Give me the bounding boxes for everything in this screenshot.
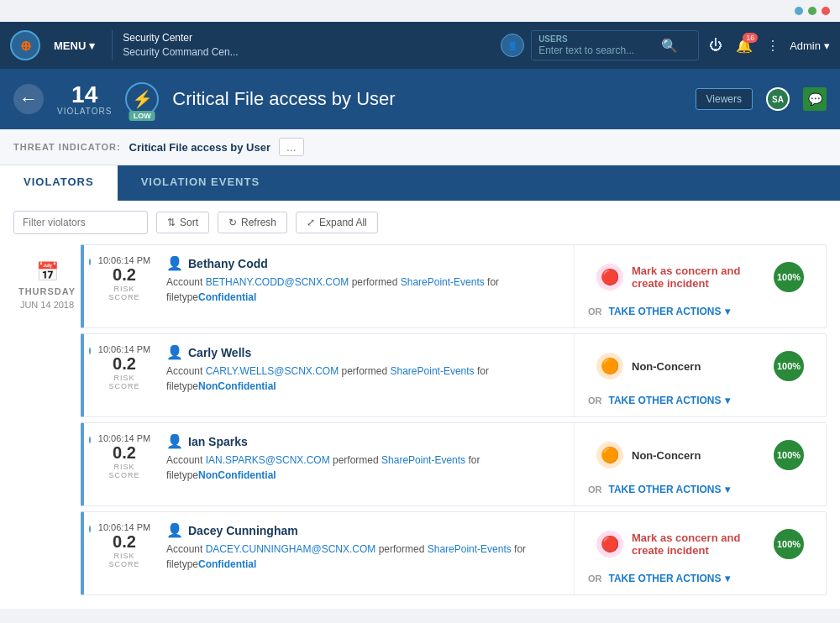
menu-button[interactable]: MENU ▾ <box>47 36 102 55</box>
window-chrome <box>0 0 840 22</box>
event-link[interactable]: SharePoint-Events <box>401 276 485 288</box>
or-row: OR TAKE OTHER ACTIONS ▾ <box>588 395 812 406</box>
sort-button[interactable]: ⇅ Sort <box>156 212 209 233</box>
concern-icon: 🔴 <box>596 531 623 558</box>
event-link[interactable]: SharePoint-Events <box>428 543 512 555</box>
sa-avatar[interactable]: SA <box>766 87 790 111</box>
time-score-cell: 10:06:14 PM 0.2 RISK SCORE <box>91 423 158 505</box>
account-link[interactable]: CARLY.WELLS@SCNX.COM <box>206 365 339 377</box>
date-column: 📅 THURSDAY JUN 14 2018 <box>13 244 81 599</box>
event-link[interactable]: SharePoint-Events <box>391 365 475 377</box>
filetype-link[interactable]: NonConfidential <box>198 380 276 392</box>
power-icon[interactable]: ⏻ <box>706 34 726 56</box>
violator-name: Dacey Cunningham <box>188 524 298 537</box>
priority-badge: LOW <box>129 111 155 121</box>
account-link[interactable]: IAN.SPARKS@SCNX.COM <box>206 454 330 466</box>
admin-menu[interactable]: Admin ▾ <box>790 39 830 52</box>
expand-all-button[interactable]: ⤢ Expand All <box>296 212 378 233</box>
threat-indicator-value: Critical File access by User <box>129 141 270 154</box>
person-icon: 👤 <box>166 433 183 449</box>
take-other-actions-button[interactable]: TAKE OTHER ACTIONS ▾ <box>609 484 730 495</box>
logo: ⊕ <box>10 30 40 60</box>
threat-options-button[interactable]: ... <box>279 138 304 156</box>
event-link[interactable]: SharePoint-Events <box>381 454 465 466</box>
action-score: 100% <box>774 351 804 381</box>
time-score-cell: 10:06:14 PM 0.2 RISK SCORE <box>91 245 158 327</box>
action-score: 100% <box>774 529 804 559</box>
row-info-cell: 👤 Carly Wells Account CARLY.WELLS@SCNX.C… <box>158 334 574 416</box>
row-indicator <box>84 334 91 416</box>
filetype-link[interactable]: NonConfidential <box>198 469 276 481</box>
more-options-icon[interactable]: ⋮ <box>763 34 783 57</box>
close-dot[interactable] <box>822 7 830 15</box>
search-icon[interactable]: 🔍 <box>661 38 678 54</box>
notification-badge: 16 <box>743 33 758 43</box>
page-header: ← 14 VIOLATORS ⚡ LOW Critical File acces… <box>0 69 840 129</box>
mark-concern-button[interactable]: 🔴 Mark as concern and create incident 10… <box>588 522 812 566</box>
filetype-link[interactable]: Confidential <box>198 291 256 303</box>
violator-name: Ian Sparks <box>188 435 248 448</box>
violators-label: VIOLATORS <box>57 107 112 116</box>
non-concern-button[interactable]: 🟠 Non-Concern 100% <box>588 344 812 388</box>
time-score-cell: 10:06:14 PM 0.2 RISK SCORE <box>91 512 158 594</box>
take-other-actions-button[interactable]: TAKE OTHER ACTIONS ▾ <box>609 573 730 584</box>
date-day: THURSDAY <box>18 286 76 296</box>
alert-priority-icon: ⚡ LOW <box>125 82 159 116</box>
threat-indicator-label: THREAT INDICATOR: <box>13 142 121 152</box>
tab-violators[interactable]: VIOLATORS <box>0 165 118 201</box>
row-info-cell: 👤 Dacey Cunningham Account DACEY.CUNNING… <box>158 512 574 594</box>
notification-bell[interactable]: 🔔 16 <box>732 34 756 57</box>
take-other-actions-button[interactable]: TAKE OTHER ACTIONS ▾ <box>609 395 730 406</box>
filetype-link[interactable]: Confidential <box>198 558 256 570</box>
person-icon: 👤 <box>166 255 183 271</box>
content-area: ⇅ Sort ↻ Refresh ⤢ Expand All 📅 THURSDAY… <box>0 201 840 609</box>
date-date: JUN 14 2018 <box>20 300 74 310</box>
action-panel: 🔴 Mark as concern and create incident 10… <box>574 245 826 327</box>
table-row: 10:06:14 PM 0.2 RISK SCORE 👤 Carly Wells… <box>81 333 827 417</box>
chat-button[interactable]: 💬 <box>803 87 827 111</box>
person-icon: 👤 <box>166 522 183 538</box>
search-input[interactable] <box>538 44 656 56</box>
action-panel: 🟠 Non-Concern 100% OR TAKE OTHER ACTIONS… <box>574 334 826 416</box>
concern-icon: 🔴 <box>596 264 623 291</box>
user-avatar-nav[interactable]: 👤 <box>501 34 524 57</box>
mark-concern-button[interactable]: 🔴 Mark as concern and create incident 10… <box>588 255 812 299</box>
page-title: Critical File access by User <box>172 88 681 110</box>
sort-icon: ⇅ <box>167 217 176 228</box>
minimize-dot[interactable] <box>795 7 803 15</box>
violation-rows: 10:06:14 PM 0.2 RISK SCORE 👤 Bethany Cod… <box>81 244 827 599</box>
action-label: Mark as concern and create incident <box>632 264 765 290</box>
non-concern-button[interactable]: 🟠 Non-Concern 100% <box>588 433 812 477</box>
account-link[interactable]: DACEY.CUNNINGHAM@SCNX.COM <box>206 543 376 555</box>
action-label: Mark as concern and create incident <box>632 531 765 557</box>
top-navigation: ⊕ MENU ▾ Security Center Security Comman… <box>0 22 840 69</box>
non-concern-icon: 🟠 <box>596 442 623 469</box>
violators-count-block: 14 VIOLATORS <box>57 83 112 116</box>
expand-icon: ⤢ <box>307 217 315 228</box>
row-indicator <box>84 512 91 594</box>
filter-input[interactable] <box>13 211 148 234</box>
tab-violation-events[interactable]: VIOLATION EVENTS <box>118 165 283 201</box>
action-panel: 🟠 Non-Concern 100% OR TAKE OTHER ACTIONS… <box>574 423 826 505</box>
violator-name: Bethany Codd <box>188 257 268 270</box>
threat-indicator-bar: THREAT INDICATOR: Critical File access b… <box>0 129 840 165</box>
time-score-cell: 10:06:14 PM 0.2 RISK SCORE <box>91 334 158 416</box>
table-row: 10:06:14 PM 0.2 RISK SCORE 👤 Dacey Cunni… <box>81 511 827 595</box>
table-row: 10:06:14 PM 0.2 RISK SCORE 👤 Ian Sparks … <box>81 422 827 506</box>
action-score: 100% <box>774 440 804 470</box>
viewers-button[interactable]: Viewers <box>696 88 753 110</box>
action-score: 100% <box>774 262 804 292</box>
maximize-dot[interactable] <box>808 7 816 15</box>
table-row: 10:06:14 PM 0.2 RISK SCORE 👤 Bethany Cod… <box>81 244 827 328</box>
list-toolbar: ⇅ Sort ↻ Refresh ⤢ Expand All <box>13 211 827 234</box>
back-button[interactable]: ← <box>13 84 44 114</box>
tabs-bar: VIOLATORS VIOLATION EVENTS <box>0 165 840 201</box>
violator-name: Carly Wells <box>188 346 251 359</box>
row-info-cell: 👤 Ian Sparks Account IAN.SPARKS@SCNX.COM… <box>158 423 574 505</box>
take-other-actions-button[interactable]: TAKE OTHER ACTIONS ▾ <box>609 306 730 317</box>
account-link[interactable]: BETHANY.CODD@SCNX.COM <box>206 276 349 288</box>
action-label: Non-Concern <box>632 449 765 462</box>
refresh-button[interactable]: ↻ Refresh <box>218 212 287 233</box>
non-concern-icon: 🟠 <box>596 353 623 380</box>
action-label: Non-Concern <box>632 360 765 373</box>
